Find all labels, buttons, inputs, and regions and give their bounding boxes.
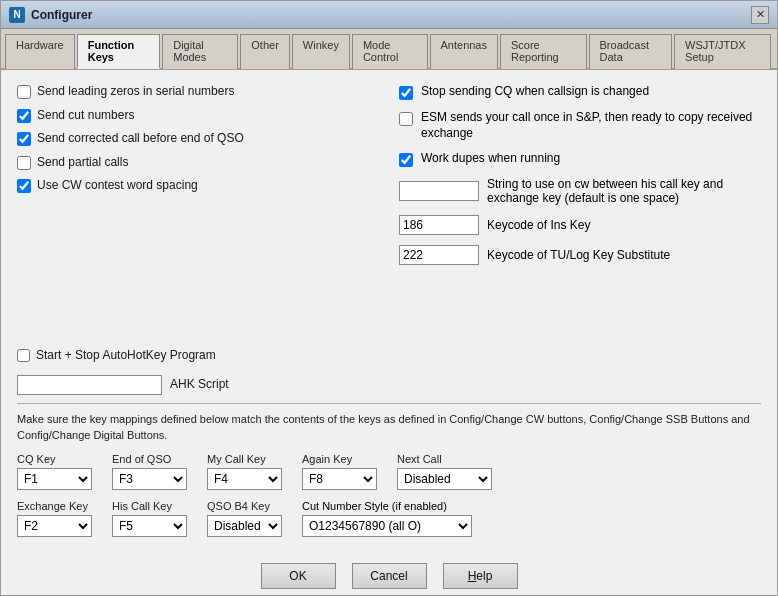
ahk-script-input[interactable] <box>17 375 162 395</box>
my-call-key-group: My Call Key F1F2F3F4F5F6F7F8F9F10F11F12D… <box>207 453 282 490</box>
esm-row[interactable]: ESM sends your call once in S&P, then re… <box>399 110 761 141</box>
help-text: elp <box>476 569 492 583</box>
stop-cq-label: Stop sending CQ when callsign is changed <box>421 84 649 100</box>
qso-b4-key-group: QSO B4 Key F1F2F3F4F5F6F7F8F9F10F11F12Di… <box>207 500 282 537</box>
cw-spacing-label: Use CW contest word spacing <box>37 178 198 194</box>
stop-cq-checkbox[interactable] <box>399 86 413 100</box>
tu-keycode-input[interactable]: 222 <box>399 245 479 265</box>
cw-string-input[interactable] <box>399 181 479 201</box>
tab-bar: Hardware Function Keys Digital Modes Oth… <box>1 29 777 70</box>
content-area: Send leading zeros in serial numbers Sen… <box>1 70 777 551</box>
main-window: N Configurer ✕ Hardware Function Keys Di… <box>0 0 778 596</box>
ahk-script-row: AHK Script <box>17 375 379 395</box>
exchange-key-select[interactable]: F1F2F3F4F5F6F7F8F9F10F11F12Disabled <box>17 515 92 537</box>
again-key-label: Again Key <box>302 453 377 465</box>
his-call-key-select[interactable]: F1F2F3F4F5F6F7F8F9F10F11F12Disabled <box>112 515 187 537</box>
notice-text: Make sure the key mappings defined below… <box>17 412 761 443</box>
esm-label: ESM sends your call once in S&P, then re… <box>421 110 761 141</box>
cw-string-label: String to use on cw between his call key… <box>487 177 761 205</box>
ins-keycode-label: Keycode of Ins Key <box>487 218 590 232</box>
button-bar: OK Cancel Help <box>1 551 777 595</box>
cq-key-select[interactable]: F1F2F3F4F5F6F7F8F9F10F11F12Disabled <box>17 468 92 490</box>
close-button[interactable]: ✕ <box>751 6 769 24</box>
again-key-group: Again Key F1F2F3F4F5F6F7F8F9F10F11F12Dis… <box>302 453 377 490</box>
tu-keycode-row: 222 Keycode of TU/Log Key Substitute <box>399 245 761 265</box>
work-dupes-label: Work dupes when running <box>421 151 560 167</box>
ins-keycode-input[interactable]: 186 <box>399 215 479 235</box>
qso-b4-key-label: QSO B4 Key <box>207 500 282 512</box>
stop-cq-row[interactable]: Stop sending CQ when callsign is changed <box>399 84 761 100</box>
tab-other[interactable]: Other <box>240 34 290 69</box>
cw-string-row: String to use on cw between his call key… <box>399 177 761 205</box>
tab-hardware[interactable]: Hardware <box>5 34 75 69</box>
tab-digital-modes[interactable]: Digital Modes <box>162 34 238 69</box>
partial-calls-label: Send partial calls <box>37 155 128 171</box>
tab-wsjt-jtdx[interactable]: WSJT/JTDX Setup <box>674 34 771 69</box>
exchange-key-label: Exchange Key <box>17 500 92 512</box>
cut-numbers-row[interactable]: Send cut numbers <box>17 108 379 124</box>
corrected-call-label: Send corrected call before end of QSO <box>37 131 244 147</box>
key-row-1: CQ Key F1F2F3F4F5F6F7F8F9F10F11F12Disabl… <box>17 453 761 490</box>
cut-number-label: Cut Number Style (if enabled) <box>302 500 472 512</box>
tu-keycode-label: Keycode of TU/Log Key Substitute <box>487 248 670 262</box>
work-dupes-checkbox[interactable] <box>399 153 413 167</box>
esm-checkbox[interactable] <box>399 112 413 126</box>
app-icon: N <box>9 7 25 23</box>
next-call-label: Next Call <box>397 453 492 465</box>
key-mappings: CQ Key F1F2F3F4F5F6F7F8F9F10F11F12Disabl… <box>17 453 761 537</box>
tab-winkey[interactable]: Winkey <box>292 34 350 69</box>
ins-keycode-row: 186 Keycode of Ins Key <box>399 215 761 235</box>
exchange-key-group: Exchange Key F1F2F3F4F5F6F7F8F9F10F11F12… <box>17 500 92 537</box>
ahk-label: Start + Stop AutoHotKey Program <box>36 348 216 364</box>
cw-spacing-row[interactable]: Use CW contest word spacing <box>17 178 379 194</box>
left-column: Send leading zeros in serial numbers Sen… <box>17 84 379 395</box>
leading-zeros-checkbox[interactable] <box>17 85 31 99</box>
his-call-key-group: His Call Key F1F2F3F4F5F6F7F8F9F10F11F12… <box>112 500 187 537</box>
cut-numbers-label: Send cut numbers <box>37 108 134 124</box>
corrected-call-checkbox[interactable] <box>17 132 31 146</box>
leading-zeros-label: Send leading zeros in serial numbers <box>37 84 234 100</box>
cq-key-group: CQ Key F1F2F3F4F5F6F7F8F9F10F11F12Disabl… <box>17 453 92 490</box>
ahk-script-label: AHK Script <box>170 377 229 393</box>
help-button[interactable]: Help <box>443 563 518 589</box>
his-call-key-label: His Call Key <box>112 500 187 512</box>
cut-number-group: Cut Number Style (if enabled) O123456789… <box>302 500 472 537</box>
tab-function-keys[interactable]: Function Keys <box>77 34 161 69</box>
cq-key-label: CQ Key <box>17 453 92 465</box>
end-of-qso-label: End of QSO <box>112 453 187 465</box>
ahk-checkbox-row[interactable]: Start + Stop AutoHotKey Program <box>17 348 379 364</box>
ok-button[interactable]: OK <box>261 563 336 589</box>
next-call-group: Next Call F1F2F3F4F5F6F7F8F9F10F11F12Dis… <box>397 453 492 490</box>
tab-score-reporting[interactable]: Score Reporting <box>500 34 587 69</box>
partial-calls-row[interactable]: Send partial calls <box>17 155 379 171</box>
my-call-key-select[interactable]: F1F2F3F4F5F6F7F8F9F10F11F12Disabled <box>207 468 282 490</box>
divider <box>17 403 761 404</box>
corrected-call-row[interactable]: Send corrected call before end of QSO <box>17 131 379 147</box>
leading-zeros-row[interactable]: Send leading zeros in serial numbers <box>17 84 379 100</box>
my-call-key-label: My Call Key <box>207 453 282 465</box>
key-row-2: Exchange Key F1F2F3F4F5F6F7F8F9F10F11F12… <box>17 500 761 537</box>
cancel-button[interactable]: Cancel <box>352 563 427 589</box>
window-title: Configurer <box>31 8 751 22</box>
cut-number-select[interactable]: O1234567890 (all O)T12345678900123456789… <box>302 515 472 537</box>
next-call-select[interactable]: F1F2F3F4F5F6F7F8F9F10F11F12Disabled <box>397 468 492 490</box>
end-of-qso-select[interactable]: F1F2F3F4F5F6F7F8F9F10F11F12Disabled <box>112 468 187 490</box>
title-bar: N Configurer ✕ <box>1 1 777 29</box>
help-underline: H <box>468 569 477 583</box>
tab-mode-control[interactable]: Mode Control <box>352 34 428 69</box>
work-dupes-row[interactable]: Work dupes when running <box>399 151 761 167</box>
ahk-checkbox[interactable] <box>17 349 30 362</box>
end-of-qso-group: End of QSO F1F2F3F4F5F6F7F8F9F10F11F12Di… <box>112 453 187 490</box>
cut-numbers-checkbox[interactable] <box>17 109 31 123</box>
partial-calls-checkbox[interactable] <box>17 156 31 170</box>
cw-spacing-checkbox[interactable] <box>17 179 31 193</box>
qso-b4-key-select[interactable]: F1F2F3F4F5F6F7F8F9F10F11F12Disabled <box>207 515 282 537</box>
again-key-select[interactable]: F1F2F3F4F5F6F7F8F9F10F11F12Disabled <box>302 468 377 490</box>
right-column: Stop sending CQ when callsign is changed… <box>399 84 761 395</box>
tab-antennas[interactable]: Antennas <box>430 34 498 69</box>
tab-broadcast-data[interactable]: Broadcast Data <box>589 34 673 69</box>
